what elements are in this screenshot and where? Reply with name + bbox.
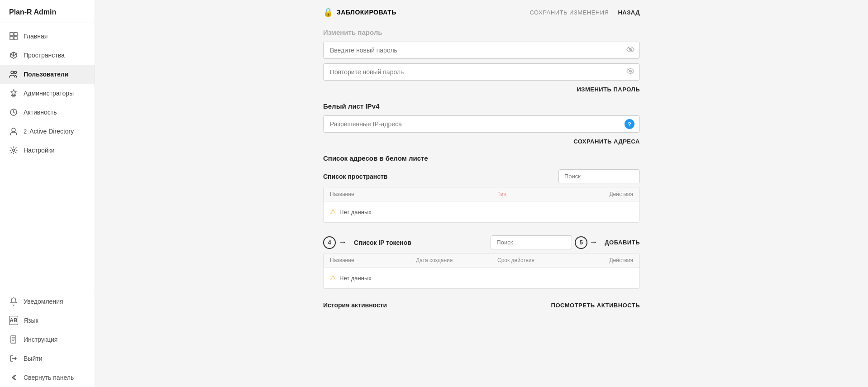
save-changes-button[interactable]: СОХРАНИТЬ ИЗМЕНЕНИЯ — [529, 9, 609, 16]
activity-section: История активности ПОСМОТРЕТЬ АКТИВНОСТЬ — [323, 301, 640, 309]
change-password-button[interactable]: ИЗМЕНИТЬ ПАРОЛЬ — [577, 86, 640, 93]
sidebar-label-activity: Активность — [24, 109, 57, 116]
password-title: Изменить пароль — [323, 29, 640, 36]
grid-icon — [9, 32, 18, 41]
spaces-header: Список пространств — [323, 169, 640, 183]
whitelist-title: Список адресов в белом листе — [323, 154, 640, 162]
tokens-search-input[interactable] — [491, 235, 572, 249]
back-button[interactable]: НАЗАД — [618, 9, 640, 16]
block-button[interactable]: 🔒 ЗАБЛОКИРОВАТЬ — [323, 7, 396, 17]
callout-4-group: 4 → — [323, 236, 347, 249]
save-addresses-action: СОХРАНИТЬ АДРЕСА — [323, 137, 640, 145]
bell-icon — [9, 297, 18, 306]
sidebar-item-settings[interactable]: Настройки — [0, 141, 95, 160]
warn-icon-spaces: ⚠ — [330, 208, 336, 216]
svg-point-5 — [14, 72, 17, 74]
sidebar-label-users: Пользователи — [24, 71, 68, 78]
svg-rect-9 — [11, 336, 16, 343]
sidebar-item-logout[interactable]: Выйти — [0, 349, 95, 368]
sidebar-bottom: Уведомления AB Язык Инструкция Выйти Све… — [0, 288, 95, 387]
sidebar-label-ad-text: Active Directory — [29, 128, 74, 135]
sidebar-label-admins: Администраторы — [24, 90, 74, 97]
tokens-header: 4 → Список IP токенов 5 → ДОБАВИТЬ — [323, 235, 640, 249]
arrow-5-icon: → — [589, 238, 597, 247]
ad-icon — [9, 127, 18, 136]
spaces-empty-row: ⚠ Нет данных — [324, 201, 639, 222]
callout-4-circle: 4 — [323, 236, 336, 249]
toggle-new-password-icon[interactable] — [626, 46, 634, 54]
tokens-title: Список IP токенов — [354, 239, 411, 246]
svg-point-8 — [13, 149, 15, 152]
svg-point-4 — [11, 71, 14, 74]
clock-icon — [9, 108, 18, 117]
confirm-password-input[interactable] — [323, 63, 640, 81]
sidebar-nav: Главная Пространства Пользователи Админи… — [0, 23, 95, 288]
sidebar-item-spaces[interactable]: Пространства — [0, 46, 95, 65]
sidebar-item-notifications[interactable]: Уведомления — [0, 292, 95, 311]
sidebar-label-language: Язык — [24, 317, 38, 324]
sidebar-item-admins[interactable]: Администраторы — [0, 84, 95, 103]
sidebar-label-main: Главная — [24, 33, 48, 40]
app-logo: Plan-R Admin — [0, 0, 95, 23]
collapse-icon — [9, 373, 18, 382]
tokens-right: 5 → ДОБАВИТЬ — [491, 235, 640, 249]
callout-5-circle: 5 — [575, 236, 587, 249]
save-addresses-button[interactable]: СОХРАНИТЬ АДРЕСА — [573, 138, 640, 145]
col-spaces-type: Тип — [497, 191, 579, 197]
sidebar-label-spaces: Пространства — [24, 52, 65, 59]
tokens-empty-text: Нет данных — [339, 275, 372, 282]
activity-title: История активности — [323, 301, 387, 309]
spaces-section: Список пространств Название Тип Действия… — [323, 169, 640, 223]
svg-rect-1 — [14, 33, 17, 36]
tokens-table-header: Название Дата создания Срок действия Дей… — [324, 253, 639, 268]
ip-input[interactable] — [323, 115, 640, 133]
sidebar-item-activity[interactable]: Активность — [0, 103, 95, 122]
ip-help-icon[interactable]: ? — [625, 119, 634, 129]
cube-icon — [9, 51, 18, 60]
tokens-search-group: 5 → — [491, 235, 597, 249]
col-tokens-created: Дата создания — [416, 257, 497, 263]
gear-icon — [9, 146, 18, 155]
lang-icon: AB — [9, 316, 18, 325]
sidebar-label-logout: Выйти — [24, 355, 42, 362]
callout-5-group: 5 → — [575, 236, 597, 249]
svg-point-7 — [12, 128, 15, 132]
sidebar-label-settings: Настройки — [24, 147, 55, 154]
lock-icon: 🔒 — [323, 7, 333, 17]
tokens-left: 4 → Список IP токенов — [323, 236, 411, 249]
sidebar-item-language[interactable]: AB Язык — [0, 311, 95, 330]
change-password-action: ИЗМЕНИТЬ ПАРОЛЬ — [323, 85, 640, 93]
svg-rect-0 — [10, 33, 13, 36]
sidebar-item-main[interactable]: Главная — [0, 27, 95, 46]
sidebar-item-users[interactable]: Пользователи — [0, 65, 95, 84]
activity-header: История активности ПОСМОТРЕТЬ АКТИВНОСТЬ — [323, 301, 640, 309]
spaces-title: Список пространств — [323, 173, 387, 180]
svg-rect-3 — [14, 37, 17, 40]
ip-input-group: ? — [323, 115, 640, 133]
spaces-table: Название Тип Действия ⚠ Нет данных — [323, 187, 640, 223]
sidebar-label-manual: Инструкция — [24, 336, 57, 343]
exit-icon — [9, 354, 18, 363]
tokens-empty-row: ⚠ Нет данных — [324, 268, 639, 288]
spaces-empty-text: Нет данных — [339, 209, 372, 215]
spaces-search-input[interactable] — [558, 169, 640, 183]
warn-icon-tokens: ⚠ — [330, 274, 336, 282]
arrow-4-icon: → — [339, 238, 347, 247]
ipv4-title: Белый лист IPv4 — [323, 102, 640, 110]
sidebar-item-manual[interactable]: Инструкция — [0, 330, 95, 349]
sidebar-label-collapse: Свернуть панель — [24, 374, 74, 381]
admin-icon — [9, 89, 18, 98]
whitelist-section: Список адресов в белом листе — [323, 154, 640, 162]
toggle-confirm-password-icon[interactable] — [626, 68, 634, 76]
tokens-table: Название Дата создания Срок действия Дей… — [323, 253, 640, 289]
svg-rect-2 — [10, 37, 13, 40]
new-password-group — [323, 42, 640, 59]
sidebar-item-active-directory[interactable]: 2 Active Directory — [0, 122, 95, 141]
ipv4-section: Белый лист IPv4 ? СОХРАНИТЬ АДРЕСА — [323, 102, 640, 145]
new-password-input[interactable] — [323, 42, 640, 59]
sidebar-item-collapse[interactable]: Свернуть панель — [0, 368, 95, 387]
add-token-button[interactable]: ДОБАВИТЬ — [605, 239, 640, 246]
spaces-table-header: Название Тип Действия — [324, 187, 639, 201]
confirm-password-group — [323, 63, 640, 81]
view-activity-button[interactable]: ПОСМОТРЕТЬ АКТИВНОСТЬ — [551, 302, 640, 309]
